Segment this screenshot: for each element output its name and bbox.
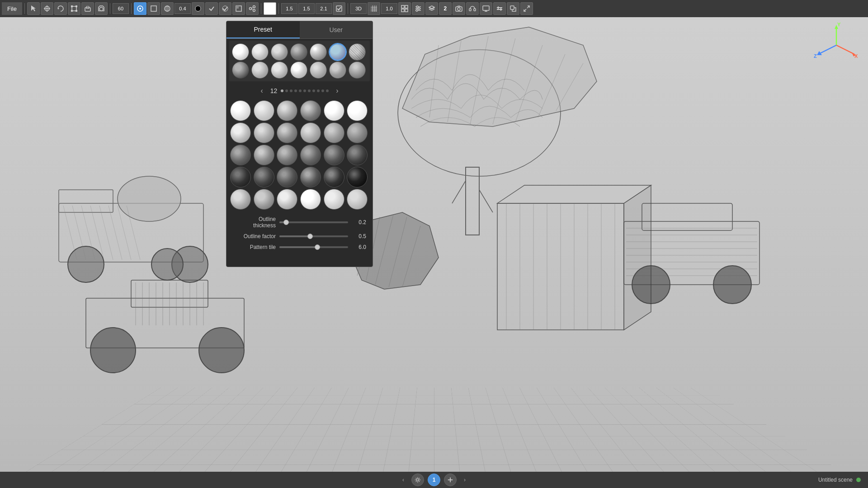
- settings-button[interactable]: [493, 2, 506, 15]
- svg-rect-124: [510, 6, 514, 9]
- mat-sphere-4[interactable]: [300, 100, 321, 121]
- mat-sphere-18[interactable]: [347, 145, 368, 165]
- move-tool-button[interactable]: [41, 2, 53, 15]
- export-button[interactable]: [507, 2, 519, 15]
- mat-sphere-11[interactable]: [324, 122, 344, 143]
- mat-sphere-23[interactable]: [324, 167, 344, 188]
- bottom-settings-button[interactable]: [411, 474, 424, 486]
- next-page-button[interactable]: ›: [332, 86, 342, 96]
- mat-sphere-17[interactable]: [324, 145, 344, 165]
- sphere-preset-10[interactable]: [271, 61, 288, 79]
- mat-preset-button[interactable]: [192, 2, 204, 15]
- sphere-preset-5[interactable]: [310, 43, 327, 61]
- mat-sphere-22[interactable]: [300, 167, 321, 188]
- outline-factor-row: Outline factor 0.5: [233, 233, 366, 239]
- separator-4: [261, 3, 261, 14]
- mat-sphere-15[interactable]: [277, 145, 297, 165]
- num2-btn[interactable]: 2: [439, 2, 452, 15]
- sphere-preset-3[interactable]: [271, 43, 288, 61]
- mat-sphere-8[interactable]: [254, 122, 274, 143]
- svg-rect-96: [336, 6, 342, 11]
- mat-sphere-26[interactable]: [254, 189, 274, 210]
- sphere-preset-12[interactable]: [310, 61, 327, 79]
- scene-svg: [0, 0, 868, 488]
- scale-tool-button[interactable]: [68, 2, 80, 15]
- outline-thickness-thumb[interactable]: [283, 220, 289, 225]
- sphere-preset-8[interactable]: [232, 61, 249, 79]
- svg-point-28: [199, 328, 244, 373]
- mat-sphere-1[interactable]: [230, 100, 251, 121]
- mat-sphere-21[interactable]: [277, 167, 297, 188]
- mat-check2-button[interactable]: [219, 2, 231, 15]
- file-menu-button[interactable]: File: [2, 2, 22, 15]
- outline-factor-track[interactable]: [279, 235, 348, 237]
- svg-rect-117: [483, 6, 489, 10]
- sphere-preset-11[interactable]: [290, 61, 307, 79]
- rotate-tool-button[interactable]: [54, 2, 67, 15]
- mat-sphere-29[interactable]: [324, 189, 344, 210]
- pattern-tile-thumb[interactable]: [315, 244, 320, 250]
- sphere-preset-9[interactable]: [251, 61, 269, 79]
- sphere-preset-1[interactable]: [232, 43, 249, 61]
- wireframe-button[interactable]: [147, 2, 160, 15]
- sphere-preset-4[interactable]: [290, 43, 307, 61]
- mat-sphere-20[interactable]: [254, 167, 274, 188]
- mat-sphere-3[interactable]: [277, 100, 297, 121]
- outline-factor-thumb[interactable]: [307, 234, 313, 239]
- mat-sphere-14[interactable]: [254, 145, 274, 165]
- check-button[interactable]: [333, 2, 345, 15]
- mat-sphere-2[interactable]: [254, 100, 274, 121]
- mat-sphere-16[interactable]: [300, 145, 321, 165]
- camera-settings-button[interactable]: [453, 2, 465, 15]
- outline-thickness-track[interactable]: [279, 221, 348, 223]
- mat-sphere-7[interactable]: [230, 122, 251, 143]
- pattern-button[interactable]: [398, 2, 411, 15]
- grid-button[interactable]: [368, 2, 380, 15]
- mat-sphere-13[interactable]: [230, 145, 251, 165]
- white-mat-button[interactable]: [264, 2, 276, 15]
- monitor-button[interactable]: [480, 2, 492, 15]
- layers-button[interactable]: [425, 2, 438, 15]
- shading-button[interactable]: [232, 2, 245, 15]
- prev-page-button[interactable]: ‹: [257, 86, 266, 96]
- svg-rect-116: [474, 9, 476, 11]
- mat-sphere-9[interactable]: [277, 122, 297, 143]
- bottom-add-button[interactable]: [444, 474, 457, 486]
- mat-sphere-25[interactable]: [230, 189, 251, 210]
- resize-button[interactable]: [520, 2, 533, 15]
- page-number: 12: [270, 87, 278, 94]
- svg-point-112: [416, 9, 418, 11]
- sphere-preset-6[interactable]: [329, 43, 346, 61]
- preset-tab[interactable]: Preset: [226, 21, 300, 38]
- adjust-button[interactable]: [412, 2, 425, 15]
- sphere-preset-13[interactable]: [329, 61, 346, 79]
- headphones-button[interactable]: [466, 2, 479, 15]
- mat-sphere-6[interactable]: [347, 100, 368, 121]
- pattern-tile-track[interactable]: [279, 246, 348, 248]
- render-mode-button[interactable]: [134, 2, 146, 15]
- solid-button[interactable]: [161, 2, 174, 15]
- bottom-prev-button[interactable]: ‹: [399, 475, 408, 484]
- sphere-preset-2[interactable]: [251, 43, 269, 61]
- mat-sphere-19[interactable]: [230, 167, 251, 188]
- mat-check1-button[interactable]: [205, 2, 218, 15]
- bottom-next-button[interactable]: ›: [460, 475, 469, 484]
- dot-11: [326, 89, 329, 92]
- svg-rect-115: [469, 9, 471, 11]
- mat-nodes-button[interactable]: [246, 2, 259, 15]
- mat-sphere-24[interactable]: [347, 167, 368, 188]
- camera-tool-button[interactable]: [95, 2, 108, 15]
- transform-tool-button[interactable]: [81, 2, 94, 15]
- select-tool-button[interactable]: [27, 2, 40, 15]
- mat-sphere-30[interactable]: [347, 189, 368, 210]
- dot-5: [299, 89, 302, 92]
- user-tab[interactable]: User: [300, 21, 373, 38]
- mat-sphere-27[interactable]: [277, 189, 297, 210]
- mat-sphere-5[interactable]: [324, 100, 344, 121]
- bottom-num-button[interactable]: 1: [428, 474, 440, 486]
- mat-sphere-10[interactable]: [300, 122, 321, 143]
- mat-sphere-28[interactable]: [300, 189, 321, 210]
- mat-sphere-12[interactable]: [347, 122, 368, 143]
- sphere-preset-14[interactable]: [349, 61, 366, 79]
- sphere-preset-7[interactable]: [349, 43, 366, 61]
